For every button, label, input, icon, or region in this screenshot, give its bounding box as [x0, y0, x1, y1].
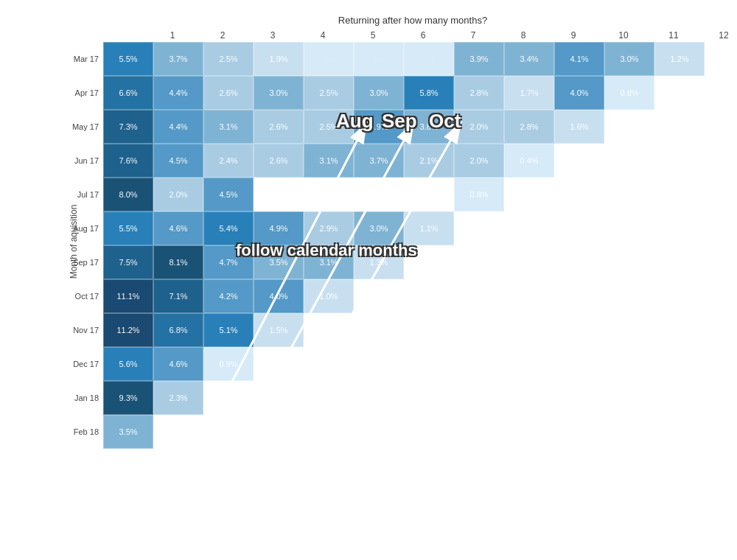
- table-cell: [254, 178, 304, 211]
- table-cell: 0.8%: [454, 178, 504, 211]
- table-cell: [404, 178, 454, 211]
- table-cell: [604, 110, 654, 144]
- table-cell: 0.9%: [203, 347, 254, 381]
- table-cell: [504, 415, 554, 449]
- table-cell: 5.6%: [103, 347, 153, 381]
- table-cell: [504, 245, 554, 279]
- col-header-2: 2: [198, 30, 248, 41]
- row-label: Aug 17: [59, 211, 103, 245]
- row-label: Jul 17: [59, 178, 103, 211]
- table-cell: [554, 144, 604, 178]
- table-cell: 2.4%: [203, 144, 254, 178]
- table-cell: 4.0%: [254, 279, 304, 313]
- chart-container: Returning after how many months? Month o…: [59, 15, 722, 545]
- table-cell: 4.5%: [153, 144, 203, 178]
- table-cell: 5.8%: [404, 76, 454, 110]
- table-cell: 7.1%: [153, 279, 203, 313]
- table-cell: 4.7%: [203, 245, 254, 279]
- table-cell: [554, 381, 604, 415]
- table-cell: [654, 415, 705, 449]
- table-cell: 4.6%: [153, 347, 203, 381]
- table-cell: 3.0%: [604, 42, 654, 76]
- table-cell: 4.5%: [203, 178, 254, 211]
- grid-area: Mar 175.5%3.7%2.5%1.9%AugSepOct3.9%3.4%4…: [59, 42, 737, 449]
- table-cell: 1.6%: [554, 110, 604, 144]
- table-cell: 1.9%: [254, 42, 304, 76]
- table-cell: 3.4%: [504, 42, 554, 76]
- row-label: Apr 17: [59, 76, 103, 110]
- table-cell: 3.0%: [354, 76, 404, 110]
- table-cell: [654, 110, 705, 144]
- table-cell: [354, 313, 404, 347]
- table-cell: [404, 347, 454, 381]
- table-cell: 3.1%: [203, 110, 254, 144]
- table-cell: [554, 415, 604, 449]
- table-row: Dec 175.6%4.6%0.9%: [59, 347, 705, 381]
- table-cell: [354, 381, 404, 415]
- table-cell: [554, 245, 604, 279]
- table-cell: [454, 313, 504, 347]
- table-cell: 2.0%: [153, 178, 203, 211]
- table-cell: 3.1%: [304, 144, 354, 178]
- table-cell: [304, 415, 354, 449]
- table-row: Sep 177.5%8.1%4.7%3.5%3.1%1.3%: [59, 245, 705, 279]
- table-cell: 4.1%: [554, 42, 604, 76]
- table-cell: 2.6%: [203, 76, 254, 110]
- table-cell: [504, 313, 554, 347]
- table-cell: 9.3%: [103, 381, 153, 415]
- table-cell: [454, 211, 504, 245]
- table-row: Aug 175.5%4.6%5.4%4.9%2.9%3.0%1.1%: [59, 211, 705, 245]
- table-cell: 3.7%: [153, 42, 203, 76]
- table-cell: [254, 347, 304, 381]
- table-cell: 2.0%: [454, 144, 504, 178]
- table-cell: [604, 313, 654, 347]
- table-cell: 3.0%: [254, 76, 304, 110]
- table-cell: [454, 347, 504, 381]
- table-cell: [304, 381, 354, 415]
- table-cell: 6.8%: [153, 313, 203, 347]
- table-cell: 1.3%: [354, 245, 404, 279]
- table-cell: 4.4%: [153, 110, 203, 144]
- table-cell: [654, 144, 705, 178]
- table-row: Apr 176.6%4.4%2.6%3.0%2.5%3.0%5.8%2.8%1.…: [59, 76, 705, 110]
- table-cell: [354, 178, 404, 211]
- table-cell: 3.0%: [354, 211, 404, 245]
- row-label: Sep 17: [59, 245, 103, 279]
- table-cell: [604, 347, 654, 381]
- table-cell: 11.1%: [103, 279, 153, 313]
- table-row: Nov 1711.2%6.8%5.1%1.5%: [59, 313, 705, 347]
- row-label: Mar 17: [59, 42, 103, 76]
- table-cell: 2.5%: [203, 42, 254, 76]
- table-cell: [304, 178, 354, 211]
- table-cell: 8.1%: [153, 245, 203, 279]
- table-cell: 5.5%: [103, 211, 153, 245]
- row-label: Jun 17: [59, 144, 103, 178]
- table-cell: 4.9%: [254, 211, 304, 245]
- table-row: Jan 189.3%2.3%: [59, 381, 705, 415]
- table-cell: 2.8%: [454, 76, 504, 110]
- table-cell: [604, 211, 654, 245]
- table-cell: Oct: [404, 42, 454, 76]
- table-cell: [654, 313, 705, 347]
- chart-title: Returning after how many months?: [103, 15, 722, 26]
- table-cell: [504, 178, 554, 211]
- table-cell: [354, 347, 404, 381]
- table-cell: 7.6%: [103, 144, 153, 178]
- table-cell: [454, 415, 504, 449]
- row-label: Feb 18: [59, 415, 103, 449]
- table-cell: 5.5%: [103, 42, 153, 76]
- table-cell: [504, 279, 554, 313]
- table-cell: 6.6%: [103, 76, 153, 110]
- table-cell: [404, 279, 454, 313]
- table-cell: 3.8%: [404, 110, 454, 144]
- table-row: Jun 177.6%4.5%2.4%2.6%3.1%3.7%2.1%2.0%0.…: [59, 144, 705, 178]
- table-cell: 5.1%: [203, 313, 254, 347]
- table-cell: [404, 245, 454, 279]
- table-cell: 2.5%: [304, 110, 354, 144]
- table-cell: [554, 313, 604, 347]
- table-cell: [404, 313, 454, 347]
- table-cell: 5.4%: [203, 211, 254, 245]
- table-cell: 7.3%: [103, 110, 153, 144]
- grid-rows-container: Mar 175.5%3.7%2.5%1.9%AugSepOct3.9%3.4%4…: [59, 42, 705, 449]
- col-header-8: 8: [498, 30, 548, 41]
